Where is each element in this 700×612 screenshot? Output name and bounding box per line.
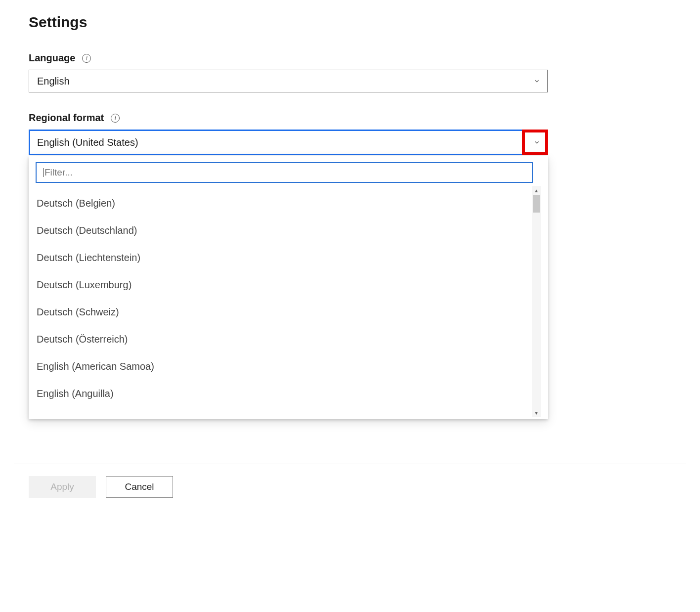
page-title: Settings bbox=[29, 14, 671, 31]
chevron-down-icon bbox=[533, 78, 540, 85]
list-item[interactable]: Deutsch (Liechtenstein) bbox=[36, 244, 532, 271]
filter-placeholder: Filter... bbox=[44, 167, 73, 177]
regional-format-select[interactable]: English (United States) bbox=[29, 130, 548, 155]
apply-button[interactable]: Apply bbox=[29, 476, 96, 498]
scrollbar[interactable]: ▲ ▼ bbox=[532, 186, 541, 417]
list-item[interactable]: English (American Samoa) bbox=[36, 353, 532, 380]
list-item[interactable]: Deutsch (Schweiz) bbox=[36, 299, 532, 326]
scroll-up-icon[interactable]: ▲ bbox=[532, 186, 541, 195]
info-icon[interactable]: i bbox=[82, 54, 91, 63]
list-item[interactable]: Deutsch (Deutschland) bbox=[36, 217, 532, 244]
scroll-thumb[interactable] bbox=[533, 195, 540, 213]
language-value: English bbox=[37, 76, 70, 87]
list-item[interactable]: Deutsch (Belgien) bbox=[36, 190, 532, 217]
list-item[interactable]: Deutsch (Luxemburg) bbox=[36, 271, 532, 299]
scroll-down-icon[interactable]: ▼ bbox=[532, 408, 541, 417]
regional-format-label: Regional format bbox=[29, 112, 104, 124]
regional-format-dropdown: Filter... Deutsch (Belgien) Deutsch (Deu… bbox=[29, 156, 548, 419]
info-icon[interactable]: i bbox=[111, 114, 120, 123]
list-item[interactable]: Deutsch (Österreich) bbox=[36, 326, 532, 353]
text-caret bbox=[43, 168, 44, 177]
chevron-down-icon bbox=[533, 139, 540, 146]
language-label: Language bbox=[29, 52, 75, 64]
regional-format-value: English (United States) bbox=[37, 137, 138, 148]
language-select[interactable]: English bbox=[29, 70, 548, 92]
filter-input[interactable]: Filter... bbox=[36, 162, 533, 183]
options-list: Deutsch (Belgien) Deutsch (Deutschland) … bbox=[36, 186, 532, 417]
footer: Apply Cancel bbox=[0, 464, 700, 518]
list-item[interactable]: English (Anguilla) bbox=[36, 380, 532, 407]
cancel-button[interactable]: Cancel bbox=[106, 476, 173, 498]
